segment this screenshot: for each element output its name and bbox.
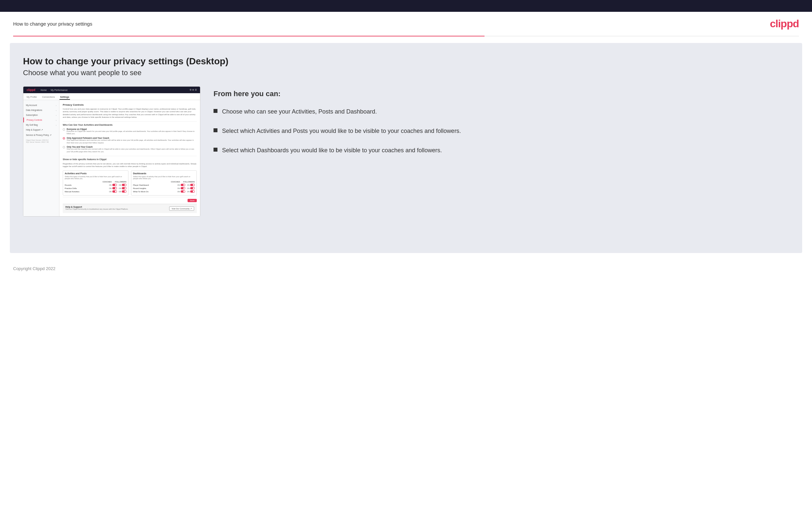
mock-toggle-rounds: Rounds ON ON (65, 184, 126, 186)
mock-toggle-roundinsights: Round Insights ON ON (133, 187, 195, 189)
mock-sidebar: My Account› Data Integrations› Subscript… (23, 100, 59, 216)
mock-body: My Account› Data Integrations› Subscript… (23, 100, 200, 216)
from-here-title: From here you can: (213, 90, 789, 98)
mock-nav-home: Home (41, 89, 47, 91)
mock-toggle-whattoworkon: What To Work On ON ON (133, 190, 195, 192)
mock-dashboards-box: Dashboards Select the types of activity … (131, 170, 197, 195)
mock-sidebar-mygolfbag[interactable]: My Golf Bag› (23, 122, 59, 127)
mock-toggle-desc: Regardless of the privacy controls that … (63, 162, 197, 168)
mock-sidebar-subscription[interactable]: Subscription› (23, 113, 59, 117)
mock-sidebar-myaccount[interactable]: My Account› (23, 103, 59, 108)
bullet-square-1 (213, 109, 217, 113)
bullet-square-2 (213, 128, 217, 132)
mock-sidebar-privacycontrols[interactable]: Privacy Controls› (23, 117, 59, 122)
header-divider (13, 36, 799, 37)
mock-section-privacy-title: Privacy Controls (63, 103, 197, 106)
mock-help-section: Help & Support Visit our Clippd communit… (63, 204, 197, 213)
bullet-text-1: Choose who can see your Activities, Post… (222, 107, 377, 116)
clippd-logo: clippd (770, 18, 799, 30)
mock-toggle-playerdashboard: Player Dashboard ON ON (133, 184, 195, 186)
mock-visit-community-button[interactable]: Visit Our Community ↗ (169, 207, 194, 211)
mock-nav-performance: My Performance (51, 89, 67, 91)
bullet-text-2: Select which Activities and Posts you wo… (222, 127, 461, 135)
mock-logo: clippd (27, 88, 36, 92)
mock-main-panel: Privacy Controls Control how you and you… (59, 100, 200, 216)
mock-icons: ⚙ ⊕ ☰ (190, 89, 197, 91)
footer: Copyright Clippd 2022 (0, 260, 812, 278)
page-subheading: Choose what you want people to see (23, 69, 789, 77)
bullet-item-3: Select which Dashboards you would like t… (213, 146, 789, 155)
mock-sidebar-dataintegrations[interactable]: Data Integrations› (23, 108, 59, 113)
mock-tab-connections[interactable]: Connections (41, 95, 55, 100)
mock-visibility-title: Who Can See Your Activities and Dashboar… (63, 121, 197, 126)
bullet-text-3: Select which Dashboards you would like t… (222, 146, 442, 155)
mock-sidebar-service[interactable]: Service & Privacy Policy ↗ (23, 132, 59, 138)
mock-toggle-title: Show or hide specific features in Clippd (63, 156, 197, 161)
page-heading: How to change your privacy settings (Des… (23, 56, 789, 67)
header-title: How to change your privacy settings (13, 21, 92, 26)
mock-settings-tabs: My Profile Connections Settings (23, 93, 200, 100)
right-panel: From here you can: Choose who can see yo… (213, 86, 789, 165)
mock-radio-group: Everyone on Clippd Everyone on Clippd ca… (63, 128, 197, 153)
mock-toggle-section: Activities and Posts Select the types of… (63, 170, 197, 195)
mock-activities-box: Activities and Posts Select the types of… (63, 170, 129, 195)
bullet-item-2: Select which Activities and Posts you wo… (213, 127, 789, 135)
mock-radio-onlyyou[interactable]: Only You and Your Coach Only you and the… (63, 146, 197, 153)
mock-version: Clippd Client Version: 2022.8.2SQL Serve… (23, 138, 59, 145)
mock-toggle-manualactivities: Manual Activities ON ON (65, 190, 126, 192)
mock-radio-followers-btn[interactable] (63, 137, 65, 139)
bullet-list: Choose who can see your Activities, Post… (213, 107, 789, 155)
mock-radio-everyone-btn[interactable] (63, 128, 65, 130)
screenshot-mockup: clippd Home My Performance ⚙ ⊕ ☰ My Prof… (23, 86, 200, 217)
mock-nav: Home My Performance (41, 89, 68, 91)
mock-save-row: Save (63, 197, 197, 204)
header: How to change your privacy settings clip… (0, 12, 812, 36)
content-row: clippd Home My Performance ⚙ ⊕ ☰ My Prof… (23, 86, 789, 217)
mock-radio-onlyyou-btn[interactable] (63, 146, 65, 148)
mock-radio-everyone[interactable]: Everyone on Clippd Everyone on Clippd ca… (63, 128, 197, 135)
bullet-item-1: Choose who can see your Activities, Post… (213, 107, 789, 116)
mock-radio-followers[interactable]: Only Approved Followers and Your Coach O… (63, 137, 197, 144)
mock-section-privacy-desc: Control how you and your data appears to… (63, 108, 197, 119)
bullet-square-3 (213, 148, 217, 152)
mock-topbar: clippd Home My Performance ⚙ ⊕ ☰ (23, 87, 200, 93)
main-content: How to change your privacy settings (Des… (10, 43, 802, 253)
mock-toggle-practicedrills: Practice Drills ON ON (65, 187, 126, 189)
mock-tab-myprofile[interactable]: My Profile (26, 95, 38, 100)
mock-save-button[interactable]: Save (188, 199, 197, 202)
mock-tab-settings[interactable]: Settings (59, 95, 70, 100)
mock-sidebar-helpsupport[interactable]: Help & Support ↗ (23, 127, 59, 132)
footer-text: Copyright Clippd 2022 (13, 266, 55, 271)
top-bar (0, 0, 812, 12)
